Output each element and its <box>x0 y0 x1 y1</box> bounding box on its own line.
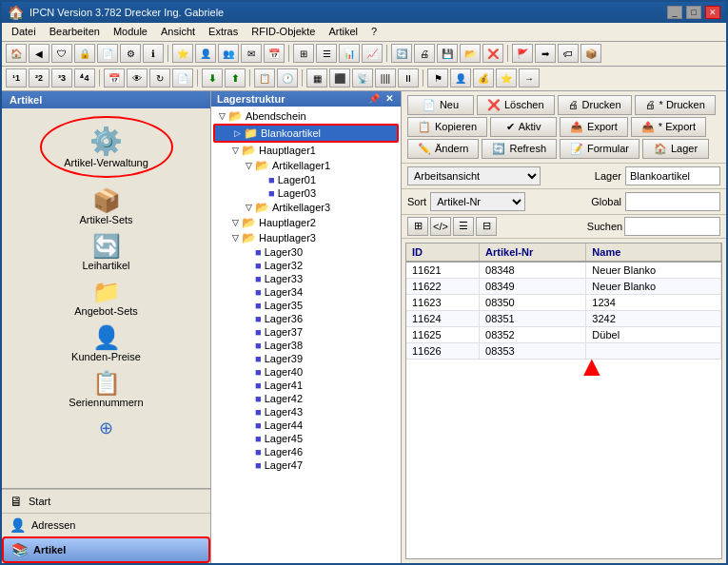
tree-node-lager30[interactable]: ■Lager30 <box>213 245 399 259</box>
btn-aendern[interactable]: ✏️ Ändern <box>407 139 479 159</box>
tree-node-lager44[interactable]: ■Lager44 <box>213 419 399 432</box>
tb2-1[interactable]: ¹1 <box>6 68 27 88</box>
tb-refresh[interactable]: 🔄 <box>391 44 412 63</box>
expander-hauptlager1[interactable]: ▽ <box>228 146 242 155</box>
tb2-clipboard[interactable]: 📋 <box>254 68 275 88</box>
tree-node-lager47[interactable]: ■Lager47 <box>213 458 399 472</box>
menu-module[interactable]: Module <box>108 25 153 38</box>
tree-node-lager46[interactable]: ■Lager46 <box>213 445 399 458</box>
tb-group[interactable]: 👥 <box>218 44 239 63</box>
btn-aktiv[interactable]: ✔ Aktiv <box>490 117 557 137</box>
tree-node-lager35[interactable]: ■Lager35 <box>213 299 399 312</box>
col-name[interactable]: Name <box>586 244 721 262</box>
icon-table-btn[interactable]: ⊟ <box>476 217 497 236</box>
table-row[interactable]: 11624083513242 <box>406 310 721 326</box>
btn-loeschen[interactable]: ❌ Löschen <box>477 95 555 115</box>
tb-flag[interactable]: 🚩 <box>512 44 533 63</box>
table-row[interactable]: 1162208349Neuer Blanko <box>406 278 721 294</box>
tb-settings[interactable]: ⚙ <box>120 44 141 63</box>
tb-chart[interactable]: 📈 <box>362 44 383 63</box>
icon-list-btn[interactable]: ☰ <box>453 217 474 236</box>
menu-ansicht[interactable]: Ansicht <box>155 25 201 38</box>
tb2-circlearrow[interactable]: ↻ <box>149 68 170 88</box>
table-row[interactable]: 11623083501234 <box>406 294 721 310</box>
maximize-button[interactable]: □ <box>686 6 701 19</box>
tb-user[interactable]: 👤 <box>195 44 216 63</box>
expander-abendschein[interactable]: ▽ <box>215 111 228 121</box>
tb-back[interactable]: ◀ <box>29 44 49 63</box>
tree-node-lager03[interactable]: ■ Lager03 <box>213 186 399 200</box>
nav-item-artikel-verwaltung[interactable]: ⚙️ Artikel-Verwaltung <box>40 116 173 178</box>
tb-open[interactable]: 📂 <box>460 44 481 63</box>
tree-node-lager33[interactable]: ■Lager33 <box>213 272 399 285</box>
tree-node-abendschein[interactable]: ▽ 📂 Abendschein <box>213 108 399 124</box>
tree-close-icon[interactable]: ✕ <box>384 93 395 104</box>
btn-formular[interactable]: 📝 Formular <box>560 139 639 159</box>
arbeitsansicht-select[interactable]: Arbeitsansicht <box>407 166 541 185</box>
tree-node-artikellager3[interactable]: ▽ 📂 Artikellager3 <box>213 200 399 215</box>
tree-node-lager43[interactable]: ■Lager43 <box>213 405 399 419</box>
tree-node-lager34[interactable]: ■Lager34 <box>213 285 399 299</box>
tb2-2[interactable]: ²2 <box>29 68 49 88</box>
icon-grid-btn[interactable]: ⊞ <box>407 217 428 236</box>
btn-lager[interactable]: 🏠 Lager <box>642 139 709 159</box>
tb2-barcode[interactable]: ▦ <box>306 68 327 88</box>
tb2-up-arrow[interactable]: ⬆ <box>225 68 246 88</box>
tree-node-lager37[interactable]: ■Lager37 <box>213 325 399 339</box>
tb2-down-arrow[interactable]: ⬇ <box>202 68 223 88</box>
minimize-button[interactable]: _ <box>667 6 682 19</box>
tree-node-lager45[interactable]: ■Lager45 <box>213 432 399 445</box>
btn-refresh[interactable]: 🔄 Refresh <box>482 139 557 159</box>
menu-artikel[interactable]: Artikel <box>324 25 364 38</box>
nav-item-seriennummern[interactable]: 📋 Seriennummern <box>40 368 173 410</box>
btn-export[interactable]: 📤 Export <box>560 117 628 137</box>
tb-print[interactable]: 🖨 <box>414 44 435 63</box>
tb2-eye[interactable]: 👁 <box>127 68 148 88</box>
col-id[interactable]: ID <box>406 244 480 262</box>
tb-list[interactable]: ☰ <box>316 44 337 63</box>
tree-node-lager41[interactable]: ■Lager41 <box>213 379 399 392</box>
tb-info[interactable]: ℹ <box>143 44 164 63</box>
btn-export2[interactable]: 📤 * Export <box>631 117 706 137</box>
tb-shield[interactable]: 🛡 <box>51 44 72 63</box>
tree-node-hauptlager3[interactable]: ▽ 📂 Hauptlager3 <box>213 230 399 245</box>
tree-node-lager36[interactable]: ■Lager36 <box>213 312 399 325</box>
tb-home[interactable]: 🏠 <box>6 44 27 63</box>
bottom-nav-adressen[interactable]: 👤 Adressen <box>2 513 210 536</box>
tb2-3[interactable]: ³3 <box>51 68 72 88</box>
expander-hauptlager3[interactable]: ▽ <box>228 233 242 243</box>
tb2-clock[interactable]: 🕐 <box>277 68 298 88</box>
tree-node-lager38[interactable]: ■Lager38 <box>213 339 399 352</box>
sort-select[interactable]: Artikel-Nr <box>430 192 525 211</box>
tree-node-blankoartikel[interactable]: ▷ 📁 Blankoartikel <box>213 124 399 143</box>
menu-extras[interactable]: Extras <box>203 25 244 38</box>
tb2-flag2[interactable]: ⚑ <box>427 68 448 88</box>
tb-save[interactable]: 💾 <box>437 44 458 63</box>
nav-item-angebot-sets[interactable]: 📁 Angebot-Sets <box>40 277 173 319</box>
suchen-input[interactable] <box>624 217 720 236</box>
tb2-star2[interactable]: ⭐ <box>496 68 517 88</box>
tree-node-lager01[interactable]: ■ Lager01 <box>213 173 399 186</box>
tb2-cal[interactable]: 📅 <box>104 68 125 88</box>
bottom-nav-start[interactable]: 🖥 Start <box>2 489 210 513</box>
tb2-pause[interactable]: ⏸ <box>398 68 419 88</box>
tree-node-artikellager1[interactable]: ▽ 📂 Artikellager1 <box>213 158 399 173</box>
nav-item-artikel-sets[interactable]: 📦 Artikel-Sets <box>40 185 173 227</box>
tb-lock[interactable]: 🔒 <box>74 44 95 63</box>
tb-grid[interactable]: ⊞ <box>293 44 314 63</box>
tb2-wifi[interactable]: 📡 <box>352 68 373 88</box>
tb2-coins[interactable]: 💰 <box>473 68 494 88</box>
tb2-arrow2[interactable]: → <box>519 68 540 88</box>
expander-hauptlager2[interactable]: ▽ <box>228 218 242 227</box>
nav-item-kunden-preise[interactable]: 👤 Kunden-Preise <box>40 322 173 364</box>
tree-node-lager40[interactable]: ■Lager40 <box>213 365 399 379</box>
tb2-bars[interactable]: |||| <box>375 68 396 88</box>
tree-node-lager39[interactable]: ■Lager39 <box>213 352 399 365</box>
tb-mail[interactable]: ✉ <box>241 44 262 63</box>
tree-node-hauptlager2[interactable]: ▽ 📂 Hauptlager2 <box>213 215 399 230</box>
tb2-doc2[interactable]: 📄 <box>172 68 193 88</box>
btn-drucken2[interactable]: 🖨 * Drucken <box>635 95 716 115</box>
menu-bearbeiten[interactable]: Bearbeiten <box>44 25 106 38</box>
col-artikel-nr[interactable]: Artikel-Nr <box>480 244 586 262</box>
table-row[interactable]: 1162508352Dübel <box>406 326 721 342</box>
